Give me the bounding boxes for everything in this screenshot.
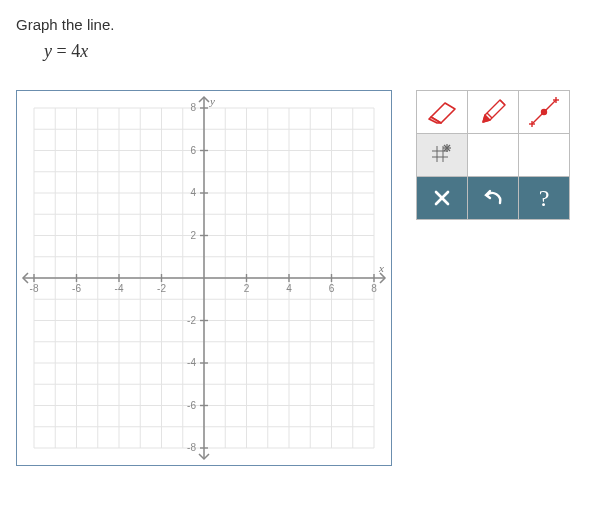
- svg-text:4: 4: [190, 187, 196, 198]
- toolbar: ?: [416, 90, 572, 466]
- svg-text:4: 4: [286, 283, 292, 294]
- svg-text:-2: -2: [187, 315, 196, 326]
- svg-text:-6: -6: [187, 400, 196, 411]
- point-icon: [529, 97, 559, 127]
- instruction-text: Graph the line.: [16, 16, 587, 33]
- undo-button[interactable]: [467, 176, 519, 220]
- equation-text: y = 4x: [44, 41, 587, 62]
- svg-text:6: 6: [329, 283, 335, 294]
- svg-text:-2: -2: [157, 283, 166, 294]
- point-tool-button[interactable]: [518, 90, 570, 134]
- pencil-icon: [478, 97, 508, 127]
- svg-text:y: y: [209, 95, 215, 107]
- svg-text:-6: -6: [72, 283, 81, 294]
- svg-text:8: 8: [190, 102, 196, 113]
- pencil-button[interactable]: [467, 90, 519, 134]
- svg-text:x: x: [378, 262, 384, 274]
- grid-icon: [429, 143, 455, 167]
- undo-icon: [482, 189, 504, 207]
- svg-text:6: 6: [190, 145, 196, 156]
- eraser-icon: [425, 99, 459, 125]
- svg-text:-4: -4: [187, 357, 196, 368]
- coordinate-plane[interactable]: -8-8-6-6-4-4-2-222446688xy: [16, 90, 392, 466]
- help-label: ?: [539, 185, 550, 212]
- help-button[interactable]: ?: [518, 176, 570, 220]
- svg-text:-4: -4: [115, 283, 124, 294]
- svg-text:-8: -8: [187, 442, 196, 453]
- graph-svg: -8-8-6-6-4-4-2-222446688xy: [17, 91, 391, 465]
- empty-tool-slot-2: [518, 133, 570, 177]
- close-icon: [433, 189, 451, 207]
- svg-text:2: 2: [190, 230, 196, 241]
- svg-point-75: [542, 110, 547, 115]
- svg-text:-8: -8: [30, 283, 39, 294]
- eraser-button[interactable]: [416, 90, 468, 134]
- clear-button[interactable]: [416, 176, 468, 220]
- svg-text:2: 2: [244, 283, 250, 294]
- grid-snap-button[interactable]: [416, 133, 468, 177]
- empty-tool-slot-1: [467, 133, 519, 177]
- svg-text:8: 8: [371, 283, 377, 294]
